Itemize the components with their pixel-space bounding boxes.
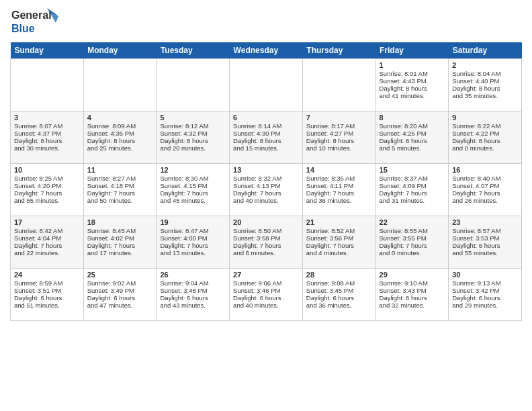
day-number: 5 — [160, 113, 226, 122]
day-info: and 20 minutes. — [160, 144, 226, 152]
day-info: Sunrise: 8:12 AM — [160, 122, 226, 130]
day-number: 13 — [233, 166, 299, 174]
day-number: 2 — [452, 61, 518, 69]
day-info: Daylight: 7 hours — [87, 242, 153, 249]
calendar-cell: 11Sunrise: 8:27 AMSunset: 4:18 PMDayligh… — [83, 164, 157, 216]
day-info: Sunrise: 9:02 AM — [87, 279, 153, 287]
day-info: and 8 minutes. — [233, 249, 299, 257]
calendar-table: SundayMondayTuesdayWednesdayThursdayFrid… — [10, 42, 522, 321]
day-info: Sunrise: 8:50 AM — [233, 227, 299, 234]
day-info: Daylight: 7 hours — [306, 189, 372, 197]
day-info: Sunrise: 8:07 AM — [14, 122, 80, 130]
day-info: Daylight: 8 hours — [87, 137, 153, 144]
calendar-cell: 13Sunrise: 8:32 AMSunset: 4:13 PMDayligh… — [230, 164, 303, 216]
day-number: 11 — [87, 166, 153, 174]
day-number: 10 — [14, 166, 80, 174]
day-number: 22 — [380, 218, 445, 226]
day-info: Daylight: 6 hours — [452, 242, 518, 249]
day-number: 9 — [452, 113, 518, 122]
calendar-cell: 16Sunrise: 8:40 AMSunset: 4:07 PMDayligh… — [449, 164, 522, 216]
day-info: Daylight: 8 hours — [160, 137, 226, 144]
day-info: Daylight: 7 hours — [233, 242, 299, 249]
day-info: and 32 minutes. — [380, 302, 445, 309]
calendar-cell: 24Sunrise: 8:59 AMSunset: 3:51 PMDayligh… — [11, 269, 84, 321]
col-header-sunday: Sunday — [11, 42, 84, 59]
day-info: Daylight: 6 hours — [380, 294, 445, 302]
day-number: 1 — [380, 61, 445, 69]
calendar-cell: 5Sunrise: 8:12 AMSunset: 4:32 PMDaylight… — [157, 111, 230, 164]
day-info: Sunrise: 8:52 AM — [306, 227, 372, 234]
calendar-week-row: 24Sunrise: 8:59 AMSunset: 3:51 PMDayligh… — [11, 269, 522, 321]
day-info: Sunset: 4:20 PM — [14, 182, 80, 189]
day-number: 19 — [160, 218, 226, 226]
calendar-cell: 8Sunrise: 8:20 AMSunset: 4:25 PMDaylight… — [375, 111, 449, 164]
day-info: Sunrise: 8:14 AM — [233, 122, 299, 130]
calendar-cell: 17Sunrise: 8:42 AMSunset: 4:04 PMDayligh… — [11, 216, 84, 269]
day-info: Sunset: 3:56 PM — [306, 234, 372, 242]
day-info: Sunrise: 9:06 AM — [233, 279, 299, 287]
day-info: Sunset: 3:43 PM — [380, 287, 445, 294]
day-info: and 47 minutes. — [87, 302, 153, 309]
day-number: 7 — [306, 113, 372, 122]
day-info: Sunrise: 9:04 AM — [160, 279, 226, 287]
calendar-cell: 2Sunrise: 8:04 AMSunset: 4:40 PMDaylight… — [449, 59, 522, 111]
day-info: Daylight: 7 hours — [160, 242, 226, 249]
day-info: Sunset: 4:40 PM — [452, 77, 518, 85]
day-info: and 0 minutes. — [452, 144, 518, 152]
day-info: and 55 minutes. — [14, 197, 80, 204]
calendar-cell: 18Sunrise: 8:45 AMSunset: 4:02 PMDayligh… — [83, 216, 157, 269]
day-info: Daylight: 7 hours — [380, 189, 445, 197]
day-info: and 50 minutes. — [87, 197, 153, 204]
day-info: Sunset: 3:42 PM — [452, 287, 518, 294]
day-info: Sunrise: 8:42 AM — [14, 227, 80, 234]
col-header-wednesday: Wednesday — [230, 42, 303, 59]
day-number: 29 — [380, 271, 445, 279]
day-info: Sunrise: 8:22 AM — [452, 122, 518, 130]
calendar-cell: 19Sunrise: 8:47 AMSunset: 4:00 PMDayligh… — [157, 216, 230, 269]
calendar-cell: 1Sunrise: 8:01 AMSunset: 4:43 PMDaylight… — [375, 59, 449, 111]
calendar-cell: 28Sunrise: 9:08 AMSunset: 3:45 PMDayligh… — [302, 269, 375, 321]
col-header-thursday: Thursday — [302, 42, 375, 59]
day-info: and 40 minutes. — [233, 302, 299, 309]
day-info: Sunrise: 8:20 AM — [380, 122, 445, 130]
day-info: Daylight: 7 hours — [380, 242, 445, 249]
day-info: Daylight: 6 hours — [14, 294, 80, 302]
day-info: Daylight: 7 hours — [452, 189, 518, 197]
day-info: and 22 minutes. — [14, 249, 80, 257]
day-info: and 15 minutes. — [233, 144, 299, 152]
day-info: Sunset: 3:49 PM — [87, 287, 153, 294]
day-number: 6 — [233, 113, 299, 122]
day-info: Sunrise: 8:45 AM — [87, 227, 153, 234]
calendar-cell — [230, 59, 303, 111]
day-info: and 5 minutes. — [380, 144, 445, 152]
col-header-friday: Friday — [375, 42, 449, 59]
calendar-cell — [83, 59, 157, 111]
day-info: Sunset: 3:48 PM — [160, 287, 226, 294]
day-info: Sunset: 3:51 PM — [14, 287, 80, 294]
day-info: Sunset: 3:46 PM — [233, 287, 299, 294]
calendar-cell: 30Sunrise: 9:13 AMSunset: 3:42 PMDayligh… — [449, 269, 522, 321]
day-info: Daylight: 7 hours — [160, 189, 226, 197]
day-info: and 4 minutes. — [306, 249, 372, 257]
day-info: and 25 minutes. — [87, 144, 153, 152]
day-info: Sunrise: 8:57 AM — [452, 227, 518, 234]
day-info: Sunrise: 8:09 AM — [87, 122, 153, 130]
day-info: Sunset: 4:11 PM — [306, 182, 372, 189]
day-number: 12 — [160, 166, 226, 174]
day-info: Daylight: 8 hours — [380, 137, 445, 144]
day-info: and 35 minutes. — [452, 92, 518, 99]
calendar-week-row: 17Sunrise: 8:42 AMSunset: 4:04 PMDayligh… — [11, 216, 522, 269]
calendar-cell: 27Sunrise: 9:06 AMSunset: 3:46 PMDayligh… — [230, 269, 303, 321]
day-info: Daylight: 8 hours — [452, 85, 518, 92]
day-info: Sunrise: 8:27 AM — [87, 175, 153, 182]
day-info: Sunset: 4:22 PM — [452, 130, 518, 137]
day-info: Sunset: 4:25 PM — [380, 130, 445, 137]
calendar-cell: 20Sunrise: 8:50 AMSunset: 3:58 PMDayligh… — [230, 216, 303, 269]
col-header-tuesday: Tuesday — [157, 42, 230, 59]
day-info: Sunset: 3:45 PM — [306, 287, 372, 294]
day-info: Sunset: 4:07 PM — [452, 182, 518, 189]
calendar-week-row: 1Sunrise: 8:01 AMSunset: 4:43 PMDaylight… — [11, 59, 522, 111]
day-info: and 45 minutes. — [160, 197, 226, 204]
calendar-cell — [11, 59, 84, 111]
calendar-cell: 29Sunrise: 9:10 AMSunset: 3:43 PMDayligh… — [375, 269, 449, 321]
